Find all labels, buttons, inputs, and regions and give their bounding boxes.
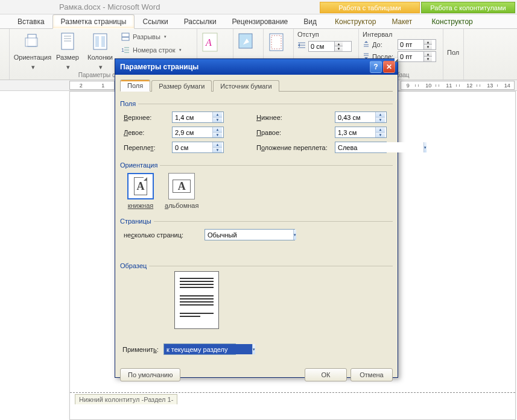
help-button[interactable]: ? — [370, 61, 382, 73]
bottom-margin-spinner[interactable]: ▲▼ — [375, 112, 385, 122]
section-preview-title: Образец — [120, 262, 149, 269]
tab-view[interactable]: Вид — [296, 15, 325, 28]
dialog-title: Параметры страницы — [120, 63, 198, 71]
page-size-icon — [58, 32, 77, 51]
cancel-button[interactable]: Отмена — [350, 368, 393, 381]
section-pages-title: Страницы — [120, 218, 154, 225]
multi-pages-label: несколько страниц: — [124, 231, 195, 239]
gutter-pos-label: Положение переплета: — [256, 144, 335, 151]
top-margin-label: Верхнее: — [124, 114, 172, 121]
bottom-margin-input[interactable] — [335, 112, 375, 122]
tab-header-design[interactable]: Конструктор — [423, 15, 480, 28]
ribbon-tabs: Вставка Разметка страницы Ссылки Рассылк… — [0, 14, 517, 29]
orientation-landscape[interactable]: A альбомная — [165, 173, 198, 209]
right-margin-input[interactable] — [335, 127, 375, 137]
dlg-tab-fields[interactable]: Поля — [120, 80, 150, 92]
indent-left-spinner[interactable]: ▲▼ — [334, 42, 343, 51]
apply-to-combo[interactable] — [164, 344, 252, 354]
right-margin-spinner[interactable]: ▲▼ — [375, 127, 385, 137]
preview-page — [174, 271, 219, 329]
bottom-margin-label: Нижнее: — [256, 114, 335, 121]
spacing-title: Интервал — [363, 31, 439, 38]
spacing-before-spinner[interactable]: ▲▼ — [423, 40, 432, 49]
gutter-spinner[interactable]: ▲▼ — [212, 142, 222, 152]
default-button[interactable]: По умолчанию — [120, 368, 180, 381]
tab-insert[interactable]: Вставка — [10, 15, 52, 28]
multi-pages-combo[interactable] — [205, 230, 293, 240]
section-orientation-title: Ориентация — [120, 161, 160, 169]
indent-left-input[interactable] — [309, 43, 334, 50]
chevron-down-icon[interactable]: ▾ — [423, 142, 427, 152]
svg-text:A: A — [205, 37, 212, 48]
portrait-icon: A — [134, 177, 147, 195]
dialog-titlebar[interactable]: Параметры страницы ? ✕ — [115, 59, 398, 75]
section-fields-title: Поля — [120, 100, 138, 107]
line-numbers-button[interactable]: 1 Номера строк▾ — [121, 44, 193, 56]
context-group-tables: Работа с таблицами — [320, 2, 420, 13]
group-arrange-label: Пол — [447, 49, 460, 56]
spacing-before-icon — [363, 40, 370, 49]
svg-rect-1 — [25, 38, 37, 46]
dlg-tab-paper[interactable]: Размер бумаги — [151, 80, 212, 92]
tab-table-design[interactable]: Конструктор — [327, 15, 384, 28]
line-numbers-icon: 1 — [121, 45, 130, 55]
indent-title: Отступ — [297, 31, 355, 38]
ok-button[interactable]: ОК — [305, 368, 347, 381]
spacing-after-spinner[interactable]: ▲▼ — [423, 52, 432, 61]
left-margin-spinner[interactable]: ▲▼ — [212, 127, 222, 137]
footer-section-tab[interactable]: Нижний колонтитул -Раздел 1- — [75, 394, 177, 404]
svg-text:1: 1 — [121, 47, 124, 53]
svg-rect-4 — [122, 33, 129, 37]
footer-boundary — [70, 392, 515, 393]
tab-review[interactable]: Рецензирование — [224, 15, 296, 28]
breaks-icon — [121, 32, 130, 42]
context-group-headers: Работа с колонтитулами — [421, 2, 515, 13]
landscape-icon: A — [173, 180, 191, 193]
tab-page-layout[interactable]: Разметка страницы — [52, 14, 135, 29]
page-color-icon[interactable] — [237, 33, 258, 53]
apply-to-label: Применить: — [122, 346, 159, 353]
orientation-portrait[interactable]: A книжная — [127, 173, 154, 209]
gutter-input[interactable] — [173, 142, 212, 152]
dlg-tab-source[interactable]: Источник бумаги — [213, 80, 279, 92]
breaks-button[interactable]: Разрывы▾ — [121, 31, 193, 43]
tab-table-layout[interactable]: Макет — [384, 15, 420, 28]
watermark-icon[interactable]: A — [201, 33, 221, 53]
document-title: Рамка.docx - Microsoft Word — [59, 2, 160, 11]
svg-rect-5 — [122, 37, 129, 40]
spacing-after-input[interactable] — [398, 53, 423, 60]
orientation-icon — [23, 32, 42, 51]
close-button[interactable]: ✕ — [383, 61, 395, 73]
dialog-tabs: Поля Размер бумаги Источник бумаги — [120, 78, 393, 92]
top-margin-spinner[interactable]: ▲▼ — [212, 112, 222, 122]
page-setup-dialog: Параметры страницы ? ✕ Поля Размер бумаг… — [115, 58, 398, 378]
ruler-left: 2 1 — [69, 81, 115, 90]
spacing-before-input[interactable] — [398, 41, 423, 48]
tab-references[interactable]: Ссылки — [135, 15, 176, 28]
title-bar: Рамка.docx - Microsoft Word Работа с таб… — [0, 0, 517, 14]
tab-mailings[interactable]: Рассылки — [176, 15, 224, 28]
gutter-pos-combo[interactable] — [335, 142, 423, 152]
columns-icon — [90, 32, 110, 51]
left-margin-input[interactable] — [173, 127, 212, 137]
ruler-right: 9 10 11 12 13 14 — [401, 81, 515, 90]
left-margin-label: Левое: — [124, 129, 172, 136]
indent-left-icon — [297, 42, 306, 50]
top-margin-input[interactable] — [173, 112, 212, 122]
chevron-down-icon[interactable]: ▾ — [293, 230, 296, 240]
right-margin-label: Правое: — [256, 129, 335, 136]
gutter-label: Переплет: — [124, 144, 172, 151]
chevron-down-icon[interactable]: ▾ — [252, 344, 255, 354]
page-borders-icon[interactable] — [267, 33, 288, 53]
